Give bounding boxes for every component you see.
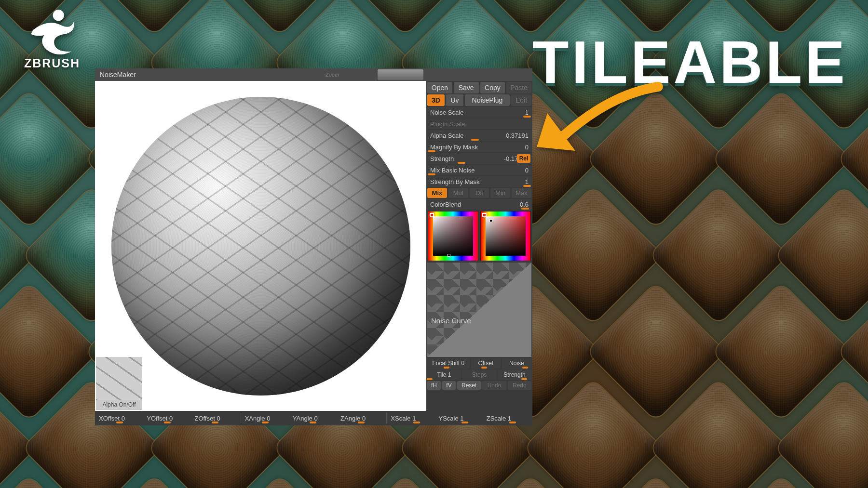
offset-slider[interactable]: Offset xyxy=(471,358,501,369)
copy-button[interactable]: Copy xyxy=(480,82,505,93)
zangle-slider[interactable]: ZAngle 0 xyxy=(339,411,384,425)
color-pickers xyxy=(427,211,531,262)
xscale-slider[interactable]: XScale 1 xyxy=(389,411,434,425)
xangle-slider[interactable]: XAngle 0 xyxy=(243,411,289,425)
mode-edit-button[interactable]: Edit xyxy=(511,94,531,106)
zbrush-logo-text: ZBRUSH xyxy=(14,56,91,70)
mode-uv-button[interactable]: Uv xyxy=(446,94,463,106)
yoffset-slider[interactable]: YOffset 0 xyxy=(145,411,190,425)
side-panel: Open Save Copy Paste 3D Uv NoisePlug Edi… xyxy=(426,81,532,411)
zbrush-figure-icon xyxy=(25,9,80,54)
redo-button[interactable]: Redo xyxy=(508,381,531,390)
reset-button[interactable]: Reset xyxy=(457,381,481,390)
steps-slider: Steps xyxy=(462,369,496,380)
color-picker-a[interactable] xyxy=(428,211,478,261)
strength-rel-toggle[interactable]: Rel xyxy=(517,154,530,163)
magnify-by-mask-slider[interactable]: Magnify By Mask 0 xyxy=(427,142,531,152)
plugin-scale-slider: Plugin Scale xyxy=(427,119,531,129)
preview-sphere xyxy=(111,97,410,396)
zscale-slider[interactable]: ZScale 1 xyxy=(485,411,530,425)
paste-button[interactable]: Paste xyxy=(506,82,531,93)
zoom-label: Zoom xyxy=(326,72,339,78)
noise-curve-label: Noise Curve xyxy=(431,317,471,325)
yscale-slider[interactable]: YScale 1 xyxy=(437,411,483,425)
mix-basic-noise-slider[interactable]: Mix Basic Noise 0 xyxy=(427,165,531,175)
blend-max-button[interactable]: Max xyxy=(512,188,531,198)
flip-v-button[interactable]: fV xyxy=(442,381,456,390)
zoom-preview[interactable] xyxy=(378,69,423,80)
arrow-annotation-icon xyxy=(528,79,673,185)
yangle-slider[interactable]: YAngle 0 xyxy=(291,411,337,425)
transform-sliders: XOffset 0 YOffset 0 ZOffset 0 XAngle 0 Y… xyxy=(95,411,532,425)
viewport[interactable]: Alpha On/Off xyxy=(95,81,426,411)
open-button[interactable]: Open xyxy=(427,82,452,93)
focal-shift-slider[interactable]: Focal Shift 0 xyxy=(427,358,470,369)
alpha-scale-slider[interactable]: Alpha Scale 0.37191 xyxy=(427,130,531,141)
blend-mix-button[interactable]: Mix xyxy=(427,188,447,198)
blend-mul-button[interactable]: Mul xyxy=(448,188,468,198)
window-titlebar[interactable]: NoiseMaker xyxy=(95,68,532,81)
viewport-column: Zoom Recenter Frame Zoom Move Alpha On/O… xyxy=(95,81,426,411)
alpha-swatch xyxy=(96,357,142,400)
flip-h-button[interactable]: fH xyxy=(427,381,441,390)
zbrush-logo: ZBRUSH xyxy=(14,9,91,71)
noise-curve-editor[interactable]: Noise Curve xyxy=(427,263,531,357)
noisemaker-window: NoiseMaker Zoom Recenter Frame Zoom Move… xyxy=(95,68,532,425)
xoffset-slider[interactable]: XOffset 0 xyxy=(97,411,143,425)
strength2-slider[interactable]: Strength xyxy=(498,369,531,380)
mode-3d-button[interactable]: 3D xyxy=(427,94,445,106)
tile-slider[interactable]: Tile 1 xyxy=(427,369,461,380)
colorblend-slider[interactable]: ColorBlend 0.6 xyxy=(427,199,531,210)
strength-slider[interactable]: Strength -0.17457 Rel xyxy=(427,153,531,164)
blend-dif-button[interactable]: Dif xyxy=(470,188,489,198)
undo-button[interactable]: Undo xyxy=(482,381,506,390)
save-button[interactable]: Save xyxy=(454,82,479,93)
noise-scale-slider[interactable]: Noise Scale 1 xyxy=(427,107,531,118)
svg-point-0 xyxy=(53,10,64,21)
mode-noiseplug-button[interactable]: NoisePlug xyxy=(465,94,510,106)
color-picker-b[interactable] xyxy=(480,211,531,261)
noise-slider[interactable]: Noise xyxy=(502,358,531,369)
alpha-toggle-label: Alpha On/Off xyxy=(96,400,142,409)
blend-min-button[interactable]: Min xyxy=(490,188,510,198)
strength-by-mask-slider[interactable]: Strength By Mask 1 xyxy=(427,176,531,187)
alpha-thumbnail[interactable]: Alpha On/Off xyxy=(96,357,142,410)
zoom-strip: Zoom xyxy=(323,68,426,81)
zoffset-slider[interactable]: ZOffset 0 xyxy=(192,411,238,425)
window-title: NoiseMaker xyxy=(100,71,136,79)
